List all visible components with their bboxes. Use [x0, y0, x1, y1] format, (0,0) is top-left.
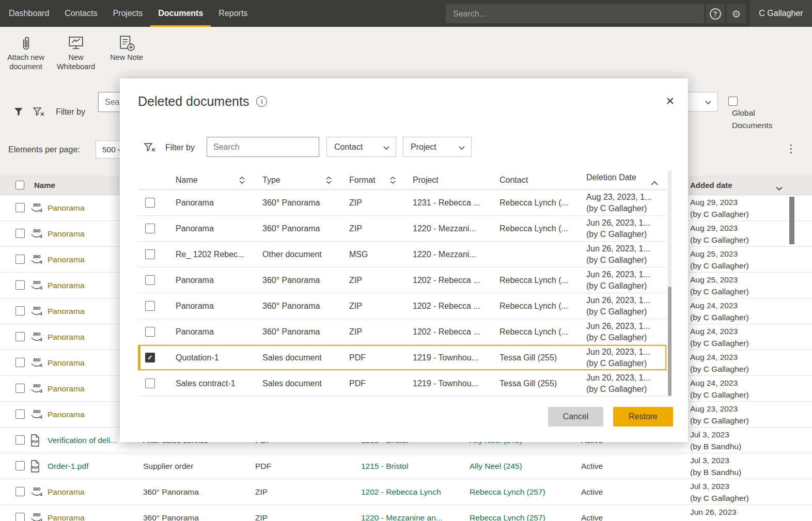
row-checkbox[interactable]	[15, 332, 25, 341]
column-header-name[interactable]: Name	[34, 176, 55, 195]
main-nav: Dashboard Contacts Projects Documents Re…	[1, 0, 255, 27]
project-filter-dropdown[interactable]: Project	[403, 137, 472, 157]
deleted-documents-table: Name Type Format Project Contact Deletio…	[138, 170, 666, 397]
deleted-document-row[interactable]: Re_ 1202 Rebec...Other documentMSG1220 -…	[138, 242, 666, 267]
column-header-added-date[interactable]: Added date	[690, 176, 732, 195]
global-documents-checkbox[interactable]	[728, 97, 738, 106]
contact-link[interactable]: Rebecca Lynch (257)	[470, 505, 578, 521]
row-checkbox[interactable]: ✓	[145, 353, 155, 362]
document-name-link[interactable]: Panorama	[48, 505, 139, 521]
sort-icon[interactable]	[390, 177, 396, 186]
row-checkbox[interactable]	[15, 461, 25, 470]
project-link[interactable]: 1215 - Bristol	[361, 453, 466, 479]
clear-filter-icon[interactable]	[33, 106, 44, 119]
row-checkbox[interactable]	[15, 229, 25, 238]
row-checkbox[interactable]	[145, 327, 155, 337]
nav-item-dashboard[interactable]: Dashboard	[1, 0, 57, 27]
sort-descending-icon[interactable]	[776, 183, 783, 193]
deleted-document-row[interactable]: Panorama360° PanoramaZIP1202 - Rebecca .…	[138, 293, 666, 319]
global-search-input[interactable]	[446, 4, 704, 23]
row-checkbox[interactable]	[145, 249, 155, 259]
row-checkbox[interactable]	[145, 301, 155, 311]
table-row[interactable]: 360Panorama360° PanoramaZIP1220 - Mezzan…	[0, 505, 812, 521]
document-name: Panorama	[176, 190, 257, 216]
modal-scrollbar-track[interactable]	[668, 170, 672, 397]
contact-link[interactable]: Rebecca Lynch (257)	[470, 479, 578, 505]
row-checkbox[interactable]	[145, 378, 155, 388]
panorama-360-icon: 360	[30, 357, 43, 371]
document-name-link[interactable]: Panorama	[48, 479, 139, 505]
page-size-value: 500	[102, 145, 116, 154]
nav-item-documents[interactable]: Documents	[150, 0, 211, 27]
row-checkbox[interactable]	[15, 513, 25, 521]
help-button[interactable]: ?	[706, 4, 725, 23]
document-project: 1220 - Mezzani...	[413, 242, 494, 267]
row-checkbox[interactable]	[15, 487, 25, 496]
cancel-button[interactable]: Cancel	[548, 407, 603, 427]
project-link[interactable]: 1220 - Mezzanine an...	[361, 505, 466, 521]
added-date: Jun 26, 2023	[690, 506, 789, 518]
row-checkbox[interactable]	[15, 280, 25, 290]
info-icon[interactable]: i	[256, 96, 267, 107]
project-link[interactable]: 1202 - Rebecca Lynch	[361, 479, 466, 505]
sort-ascending-icon[interactable]	[651, 178, 658, 187]
document-project: 1202 - Rebecca ...	[413, 267, 494, 293]
deleted-document-row[interactable]: Sales contract-1Sales documentPDF1219 - …	[138, 371, 666, 397]
kebab-menu-icon[interactable]: ⋮	[786, 143, 797, 155]
user-menu[interactable]: C Gallagher	[750, 0, 812, 27]
table-scrollbar[interactable]	[789, 197, 794, 244]
sort-icon[interactable]	[239, 177, 245, 186]
deletion-date: Jun 26, 2023, 1...(by C Gallagher)	[586, 321, 665, 343]
close-icon[interactable]: ✕	[665, 95, 675, 107]
column-header-format[interactable]: Format	[349, 170, 407, 190]
row-checkbox[interactable]	[145, 275, 155, 285]
row-checkbox[interactable]	[15, 255, 25, 264]
contact-link[interactable]: Ally Neel (245)	[470, 453, 578, 479]
added-date: Aug 25, 2023(by C Gallagher)	[690, 274, 789, 297]
deleted-document-row[interactable]: Panorama360° PanoramaZIP1202 - Rebecca .…	[138, 319, 666, 345]
column-header-name[interactable]: Name	[176, 170, 257, 190]
restore-button[interactable]: Restore	[613, 407, 673, 427]
select-all-checkbox[interactable]	[15, 181, 24, 190]
row-checkbox[interactable]	[15, 306, 25, 315]
document-status: Active	[581, 479, 677, 505]
svg-text:360: 360	[33, 486, 40, 492]
row-checkbox[interactable]	[145, 198, 155, 208]
deleted-document-row[interactable]: Panorama360° PanoramaZIP1231 - Rebecca .…	[138, 190, 666, 216]
row-checkbox[interactable]	[15, 358, 25, 367]
nav-item-reports[interactable]: Reports	[211, 0, 255, 27]
modal-scrollbar-thumb[interactable]	[668, 287, 672, 396]
row-checkbox[interactable]	[15, 435, 25, 445]
row-checkbox[interactable]	[15, 409, 25, 419]
nav-item-contacts[interactable]: Contacts	[57, 0, 105, 27]
svg-text:360: 360	[33, 512, 40, 517]
row-checkbox[interactable]	[15, 203, 25, 212]
deleted-document-row[interactable]: Panorama360° PanoramaZIP1202 - Rebecca .…	[138, 267, 666, 293]
added-date: Jul 3, 2023(by B Sandhu)	[690, 454, 789, 478]
filter-icon[interactable]	[13, 106, 24, 119]
new-note-button[interactable]: New Note	[103, 33, 150, 62]
row-checkbox[interactable]	[15, 384, 25, 393]
row-checkbox[interactable]	[145, 224, 155, 233]
deleted-document-row[interactable]: ✓Quotation-1Sales documentPDF1219 - Town…	[138, 345, 666, 371]
clear-filter-icon[interactable]	[144, 142, 155, 154]
attach-new-document-button[interactable]: Attach new document	[3, 33, 49, 71]
deleted-document-row[interactable]: Panorama360° PanoramaZIP1220 - Mezzani..…	[138, 216, 666, 242]
modal-search-input[interactable]	[207, 137, 319, 157]
panorama-360-icon: 360	[30, 383, 43, 397]
document-name-link[interactable]: Order-1.pdf	[48, 453, 139, 479]
column-header-contact[interactable]: Contact	[499, 170, 581, 190]
settings-button[interactable]: ⚙	[727, 4, 746, 23]
nav-item-projects[interactable]: Projects	[105, 0, 150, 27]
contact-filter-dropdown[interactable]: Contact	[326, 137, 396, 157]
column-header-project[interactable]: Project	[413, 170, 494, 190]
new-whiteboard-button[interactable]: New Whiteboard	[53, 33, 99, 71]
document-name: Re_ 1202 Rebec...	[176, 242, 257, 267]
table-row[interactable]: 360Panorama360° PanoramaZIP1202 - Rebecc…	[0, 479, 812, 505]
sort-icon[interactable]	[326, 177, 332, 186]
added-date: Aug 24, 2023(by C Gallagher)	[690, 325, 789, 349]
column-header-type[interactable]: Type	[262, 170, 344, 190]
document-project: 1202 - Rebecca ...	[413, 319, 494, 345]
table-row[interactable]: PDFOrder-1.pdfSupplier orderPDF1215 - Br…	[0, 453, 812, 479]
document-format: ZIP	[349, 190, 407, 216]
